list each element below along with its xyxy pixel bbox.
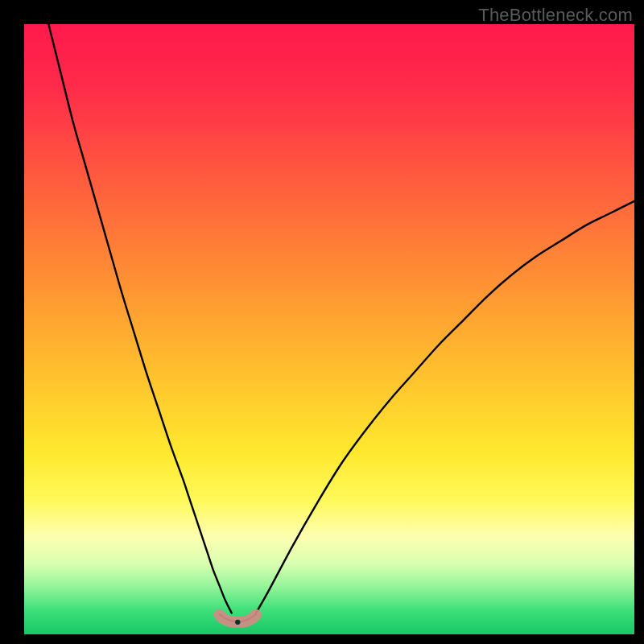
- bottleneck-chart: [0, 0, 644, 644]
- plot-background: [24, 24, 634, 634]
- watermark-source: TheBottleneck.com: [478, 5, 633, 26]
- minimum-marker: [235, 620, 240, 625]
